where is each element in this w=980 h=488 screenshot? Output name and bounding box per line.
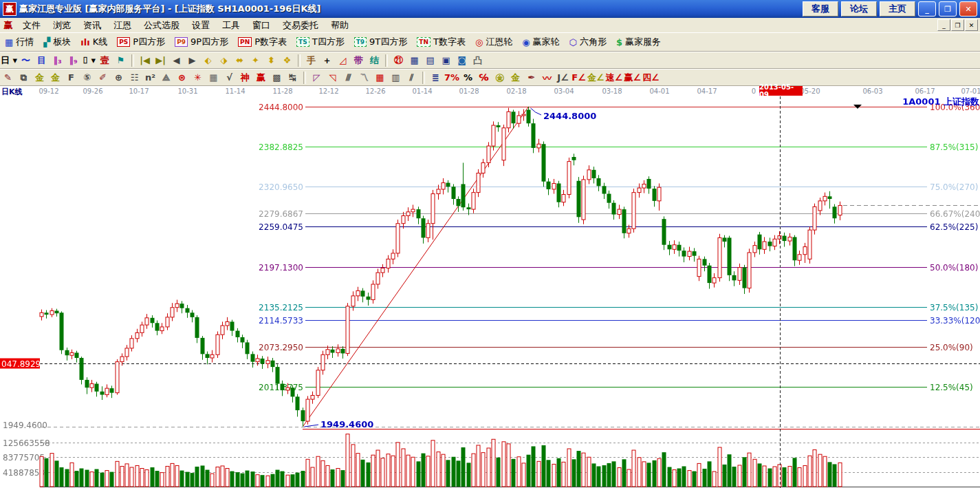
hand-tool-icon[interactable]: 手: [304, 54, 318, 67]
mirror-angle-tool[interactable]: ⟁: [159, 71, 173, 85]
ribbon-icon[interactable]: 带: [351, 54, 366, 67]
candle-style-button[interactable]: ⌷ ▾: [82, 54, 96, 67]
homepage-button[interactable]: 主页: [880, 1, 915, 17]
clock-circle-tool[interactable]: ⊕: [111, 71, 126, 85]
crosshair-icon[interactable]: ＋: [320, 54, 334, 67]
hexagon-button[interactable]: ⬡六角形: [565, 35, 611, 49]
box-grid-tool[interactable]: ▥: [389, 71, 403, 85]
pen-tool[interactable]: ✎: [1, 71, 15, 85]
web-box-tool[interactable]: ▦: [206, 71, 221, 85]
gold-section2-tool[interactable]: 金: [48, 71, 63, 85]
angle-measure-icon[interactable]: ◿: [336, 54, 350, 67]
menu-资讯[interactable]: 资讯: [77, 18, 107, 33]
menu-工具[interactable]: 工具: [216, 18, 246, 33]
prev-bar-button[interactable]: ◀: [169, 54, 184, 67]
yi-red-icon[interactable]: 壹: [98, 54, 112, 67]
menu-交易委托[interactable]: 交易委托: [276, 18, 325, 33]
shen-tool[interactable]: 神: [238, 71, 252, 85]
grid-tool[interactable]: ▩: [270, 71, 284, 85]
sector-button[interactable]: ▞板块: [39, 35, 76, 49]
gann-fan-tool[interactable]: ⊛: [175, 71, 189, 85]
first-bar-button[interactable]: |◀: [138, 54, 152, 67]
winner-wheel-button[interactable]: ◉赢家轮: [517, 35, 564, 49]
scribble-icon[interactable]: 〜: [19, 54, 33, 67]
gold-section-tool[interactable]: 金: [32, 71, 47, 85]
next-bar-button[interactable]: ▶: [185, 54, 199, 67]
expand-h-icon[interactable]: ⬌: [232, 54, 247, 67]
flag-pen-tool[interactable]: ✒: [524, 71, 538, 85]
k-wave-tool[interactable]: √: [222, 71, 237, 85]
knot-icon[interactable]: 结: [367, 54, 382, 67]
gold-angle-tool[interactable]: 金∠: [587, 71, 605, 85]
p-table-button[interactable]: PNP数字表: [233, 35, 292, 49]
volume-flag-icon[interactable]: ⚑: [113, 54, 128, 67]
t-table-button[interactable]: TNT数字表: [412, 35, 470, 49]
n2-tool[interactable]: n²: [143, 71, 157, 85]
four-angle-tool[interactable]: 四∠: [642, 71, 660, 85]
brush-tool[interactable]: ✐: [96, 71, 110, 85]
ying-tool[interactable]: 赢: [254, 71, 268, 85]
restore-button[interactable]: ❐: [939, 1, 957, 17]
forum-button[interactable]: 论坛: [841, 1, 877, 17]
bars9-icon[interactable]: ‖₉: [66, 54, 80, 67]
j-angle-tool[interactable]: J∠: [556, 71, 570, 85]
last-bar-button[interactable]: ▶|: [153, 54, 168, 67]
ying-angle-tool[interactable]: 赢∠: [624, 71, 641, 85]
period-day-button[interactable]: 日 ▾: [1, 54, 17, 67]
menu-设置[interactable]: 设置: [186, 18, 216, 33]
printer-icon[interactable]: 凸: [470, 54, 485, 67]
hatch-tool[interactable]: ⧉: [17, 71, 31, 85]
calculator-icon[interactable]: ▦: [407, 54, 422, 67]
winner-service-button[interactable]: $赢家服务: [611, 35, 666, 49]
speed-angle-tool[interactable]: 速∠: [606, 71, 623, 85]
close-button[interactable]: ✕: [959, 1, 977, 17]
percent7-tool[interactable]: 7%: [444, 71, 459, 85]
compress-v-icon[interactable]: ⬍: [264, 54, 279, 67]
net-disk-icon[interactable]: ◙: [455, 54, 469, 67]
kline-button[interactable]: ılıK线: [76, 35, 112, 49]
percent-line-tool[interactable]: ℅: [477, 71, 491, 85]
stats-panel-tool[interactable]: ≣: [428, 71, 443, 85]
gold-line-tool[interactable]: 金: [508, 71, 523, 85]
mdi-minimize-button[interactable]: _: [937, 19, 950, 31]
ladder-tool[interactable]: ☷: [127, 71, 142, 85]
info-doc-icon[interactable]: 目: [34, 54, 49, 67]
gann-wheel-button[interactable]: ◎江恩轮: [470, 35, 517, 49]
spiral-tool[interactable]: ⑤: [80, 71, 94, 85]
compress-h-icon[interactable]: ✦: [248, 54, 263, 67]
rays-tool[interactable]: ⫻: [341, 71, 356, 85]
mdi-restore-button[interactable]: ❐: [951, 19, 964, 31]
kline-chart-canvas[interactable]: [0, 96, 980, 488]
pan-left-icon[interactable]: ⬖: [201, 54, 215, 67]
9t-square-button[interactable]: T99T四方形: [349, 35, 413, 49]
menu-窗口[interactable]: 窗口: [246, 18, 276, 33]
box-fan-tool[interactable]: ◸: [309, 71, 324, 85]
notepad-icon[interactable]: ▤: [423, 54, 437, 67]
star-web-tool[interactable]: ✳: [190, 71, 205, 85]
menu-文件[interactable]: 文件: [17, 18, 47, 33]
percent-tool[interactable]: %: [461, 71, 475, 85]
menu-江恩[interactable]: 江恩: [107, 18, 138, 33]
zigzag-tool[interactable]: 〽: [357, 71, 371, 85]
span-arrow-tool[interactable]: ↹: [285, 71, 300, 85]
menu-帮助[interactable]: 帮助: [325, 18, 355, 33]
wave-band-tool[interactable]: 〰: [540, 71, 554, 85]
gold-circle-tool[interactable]: ㊎: [492, 71, 507, 85]
f-ladder-tool[interactable]: F: [64, 71, 78, 85]
pan-right-icon[interactable]: ⬗: [217, 54, 231, 67]
box-fan2-tool[interactable]: ◹: [325, 71, 340, 85]
menu-浏览[interactable]: 浏览: [47, 18, 77, 33]
parallel-lines-tool[interactable]: ⫽: [404, 71, 419, 85]
customer-service-button[interactable]: 客服: [803, 1, 838, 17]
f-angle-tool[interactable]: F∠: [571, 71, 586, 85]
mdi-close-button[interactable]: ✕: [965, 19, 978, 31]
save-icon[interactable]: ▣: [439, 54, 453, 67]
expand-all-icon[interactable]: ❖: [280, 54, 294, 67]
p-square-button[interactable]: PSP四方形: [112, 35, 170, 49]
quote-button[interactable]: ▦行情: [0, 35, 39, 49]
calendar-21-icon[interactable]: ㉑: [391, 54, 406, 67]
9p-square-button[interactable]: P99P四方形: [170, 35, 233, 49]
bars3-icon[interactable]: ‖₃: [50, 54, 65, 67]
t-square-button[interactable]: TST四方形: [292, 35, 349, 49]
menu-公式选股[interactable]: 公式选股: [138, 18, 186, 33]
